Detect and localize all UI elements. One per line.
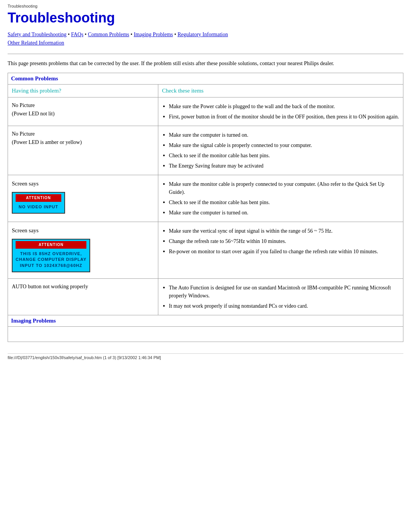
problem-text-5: AUTO button not working properly (12, 284, 88, 289)
list-item: First, power button in front of the moni… (162, 112, 399, 122)
attention-msg-4: THIS IS 85HZ OVERDRIVE, CHANGE COMPUTER … (16, 251, 86, 268)
check-cell-3: Make sure the monitor cable is properly … (158, 175, 403, 222)
list-item: Change the refresh rate to 56~75Hz withi… (162, 236, 399, 246)
list-item: The Energy Saving feature may be activat… (162, 161, 399, 171)
list-item: Make sure the monitor cable is properly … (162, 179, 399, 197)
attention-msg-3: NO VIDEO INPUT (16, 204, 61, 210)
list-item: Make sure the computer is turned on. (162, 130, 399, 140)
problem-cell-3: Screen says ATTENTION NO VIDEO INPUT (8, 175, 158, 222)
common-problems-header: Common Problems (8, 73, 403, 84)
problem-cell-2: No Picture (Power LED is amber or yellow… (8, 126, 158, 175)
problem-text-1a: No Picture (12, 102, 35, 108)
attention-bar-4: ATTENTION (16, 241, 86, 249)
col-header-check: Check these items (158, 84, 403, 97)
check-cell-1: Make sure the Power cable is plugged to … (158, 97, 403, 126)
breadcrumb-regulatory[interactable]: Regulatory Information (177, 32, 228, 37)
breadcrumb: Safety and Troubleshooting • FAQs • Comm… (8, 30, 403, 48)
page-title: Troubleshooting (8, 10, 403, 26)
imaging-empty-row (8, 326, 403, 342)
status-bar: file:///D|/03771/english/150v3f/safety/s… (8, 353, 403, 360)
list-item: Make sure the vertical sync of input sig… (162, 226, 399, 236)
table-row: Screen says ATTENTION NO VIDEO INPUT Mak… (8, 175, 403, 222)
list-item: Make sure the computer is turned on. (162, 208, 399, 218)
divider (8, 54, 403, 54)
problem-cell-4: Screen says ATTENTION THIS IS 85HZ OVERD… (8, 222, 158, 278)
breadcrumb-faqs[interactable]: FAQs (71, 32, 83, 37)
screen-says-label-4: Screen says (12, 226, 154, 235)
problem-text-1b: (Power LED not lit) (12, 111, 54, 117)
col-header-problem: Having this problem? (8, 84, 158, 97)
problem-cell-1: No Picture (Power LED not lit) (8, 97, 158, 126)
list-item: Make sure the signal cable is properly c… (162, 140, 399, 150)
list-item: Re-power on monitor to start over again … (162, 246, 399, 257)
table-row: No Picture (Power LED is amber or yellow… (8, 126, 403, 175)
problem-cell-5: AUTO button not working properly (8, 278, 158, 315)
main-table: Common Problems Having this problem? Che… (8, 73, 403, 342)
list-item: It may not work properly if using nonsta… (162, 301, 399, 311)
attention-box-3: ATTENTION NO VIDEO INPUT (12, 192, 65, 214)
breadcrumb-safety[interactable]: Safety and Troubleshooting (8, 32, 67, 37)
screen-says-label-3: Screen says (12, 179, 154, 188)
problem-text-2a: No Picture (12, 131, 35, 137)
list-item: Make sure the Power cable is plugged to … (162, 101, 399, 112)
list-item: Check to see if the monitor cable has be… (162, 197, 399, 208)
attention-bar-3: ATTENTION (16, 194, 61, 202)
attention-box-4: ATTENTION THIS IS 85HZ OVERDRIVE, CHANGE… (12, 239, 90, 272)
table-row: AUTO button not working properly The Aut… (8, 278, 403, 315)
breadcrumb-imaging[interactable]: Imaging Problems (134, 32, 173, 37)
breadcrumb-common[interactable]: Common Problems (88, 32, 129, 37)
check-cell-2: Make sure the computer is turned on. Mak… (158, 126, 403, 175)
imaging-problems-header: Imaging Problems (8, 315, 403, 326)
list-item: Check to see if the monitor cable has be… (162, 150, 399, 161)
table-row: No Picture (Power LED not lit) Make sure… (8, 97, 403, 126)
table-row: Screen says ATTENTION THIS IS 85HZ OVERD… (8, 222, 403, 278)
breadcrumb-other[interactable]: Other Related Information (8, 40, 64, 46)
problem-text-2b: (Power LED is amber or yellow) (12, 139, 82, 145)
list-item: The Auto Function is designed for use on… (162, 283, 399, 301)
check-cell-5: The Auto Function is designed for use on… (158, 278, 403, 315)
intro-text: This page presents problems that can be … (8, 59, 403, 67)
browser-tab: Troubleshooting (8, 4, 403, 8)
check-cell-4: Make sure the vertical sync of input sig… (158, 222, 403, 278)
